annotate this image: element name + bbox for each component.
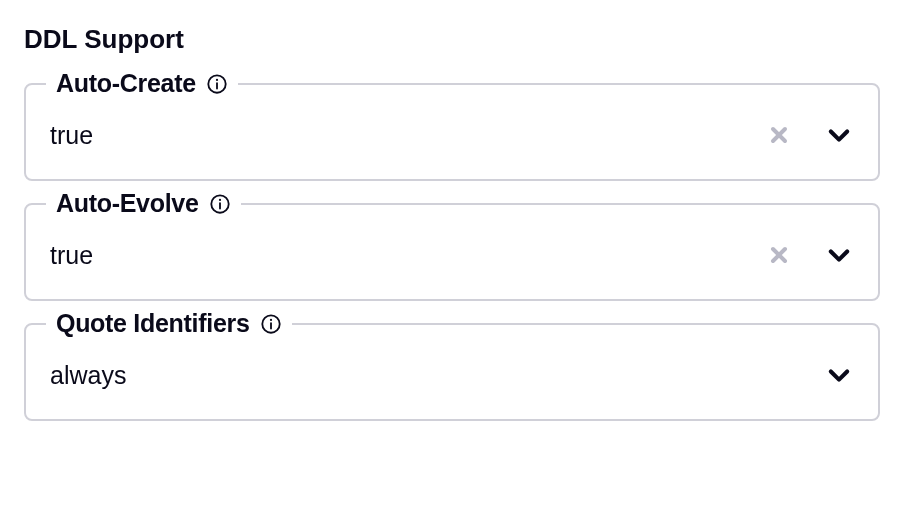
auto-create-field: Auto-Create true [24,83,880,181]
auto-evolve-value: true [50,241,93,270]
auto-evolve-label: Auto-Evolve [56,189,199,218]
chevron-down-icon[interactable] [824,240,854,270]
chevron-down-icon[interactable] [824,360,854,390]
svg-point-1 [216,78,218,80]
info-icon[interactable] [209,193,231,215]
auto-create-legend: Auto-Create [46,69,238,98]
close-icon[interactable] [766,242,792,268]
select-actions [766,240,854,270]
quote-identifiers-field: Quote Identifiers always [24,323,880,421]
close-icon[interactable] [766,122,792,148]
info-icon[interactable] [260,313,282,335]
select-actions [766,120,854,150]
info-icon[interactable] [206,73,228,95]
svg-point-6 [218,198,220,200]
section-title: DDL Support [24,24,880,55]
auto-create-label: Auto-Create [56,69,196,98]
quote-identifiers-label: Quote Identifiers [56,309,250,338]
auto-evolve-field: Auto-Evolve true [24,203,880,301]
svg-point-11 [269,318,271,320]
select-actions [824,360,854,390]
auto-evolve-legend: Auto-Evolve [46,189,241,218]
quote-identifiers-value: always [50,361,126,390]
auto-create-value: true [50,121,93,150]
chevron-down-icon[interactable] [824,120,854,150]
quote-identifiers-legend: Quote Identifiers [46,309,292,338]
